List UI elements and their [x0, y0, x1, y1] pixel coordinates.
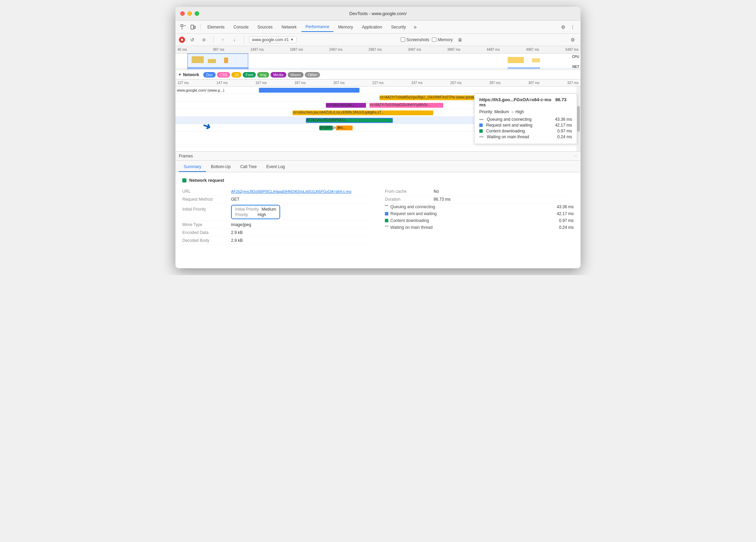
filter-wasm[interactable]: Wasm	[288, 72, 304, 78]
inspector-icon[interactable]	[179, 23, 188, 32]
scroll-thumb[interactable]	[577, 106, 580, 132]
wf-label-0: www.google.com/ (www.g...)	[177, 88, 245, 92]
memory-checkbox[interactable]: Memory	[432, 37, 453, 42]
maximize-button[interactable]	[195, 11, 199, 16]
tab-performance[interactable]: Performance	[301, 22, 333, 32]
ruler-mark-8: 4487 ms	[486, 48, 500, 51]
timing-request: Request sent and waiting 42.17 ms	[385, 210, 574, 217]
request-icon	[479, 123, 483, 127]
tooltip-row-3: Waiting on main thread 0.24 ms	[479, 134, 572, 139]
url-selector[interactable]: www.google.com #1 ▼	[249, 36, 297, 43]
timeline-area: 45 ms 987 ms 1487 ms 1987 ms 2487 ms 298…	[175, 46, 581, 70]
ms-marks: 127 ms 147 ms 167 ms 187 ms 207 ms 227 m…	[177, 81, 579, 85]
btab-eventlog[interactable]: Event Log	[262, 162, 290, 172]
filter-img[interactable]: Img	[257, 72, 269, 78]
tab-sources[interactable]: Sources	[253, 23, 277, 32]
filter-doc[interactable]: Doc	[203, 72, 216, 78]
more-options-icon[interactable]: ⋮	[568, 23, 577, 32]
minimize-button[interactable]	[187, 11, 192, 16]
content-dot	[385, 219, 388, 222]
filter-font[interactable]: Font	[243, 72, 256, 78]
stop-button[interactable]: ⊘	[199, 35, 208, 44]
tooltip-row-2: Content downloading 0.97 ms	[479, 129, 572, 133]
filter-css[interactable]: CSS	[217, 72, 230, 78]
tab-security[interactable]: Security	[387, 23, 410, 32]
tooltip: https://lh3.goo...FGxOA=s64-c-mo 86.73 m…	[474, 93, 577, 144]
ruler-mark-10: 5487 ms	[565, 48, 579, 51]
settings-perf-icon[interactable]: ⚙	[568, 35, 577, 44]
queuing-dot	[385, 205, 388, 209]
bottom-tabs: Summary Bottom-Up Call Tree Event Log	[175, 161, 581, 172]
waiting-dot	[385, 226, 388, 229]
wf-row-0[interactable]: www.google.com/ (www.g...)	[175, 86, 581, 94]
tab-network[interactable]: Network	[277, 23, 301, 32]
settings-icon[interactable]: ⚙	[559, 23, 568, 32]
tab-memory[interactable]: Memory	[334, 23, 357, 32]
timing-queuing: Queuing and connecting 43.36 ms	[385, 203, 574, 210]
waiting-icon	[479, 137, 483, 137]
duration-value: 86.73 ms	[434, 197, 450, 202]
record-button[interactable]	[179, 37, 185, 43]
timeline-tracks[interactable]: CPU NET	[175, 54, 581, 70]
window-controls	[180, 11, 199, 16]
window-title: DevTools - www.google.com/	[350, 11, 407, 16]
filter-media[interactable]: Media	[271, 72, 286, 78]
filter-other[interactable]: Other	[305, 72, 320, 78]
svg-point-5	[181, 39, 183, 41]
decoded-label: Decoded Body	[182, 238, 227, 243]
ms-0: 127 ms	[177, 81, 189, 85]
network-filter-row: ▼ Network Doc CSS JS Font Img Media Wasm…	[175, 70, 581, 80]
ms-6: 247 ms	[411, 81, 423, 85]
more-tabs-icon[interactable]: »	[411, 23, 420, 32]
decoded-value: 2.9 kB	[231, 238, 243, 243]
devtools-window: DevTools - www.google.com/ Elements Cons…	[175, 7, 581, 268]
detail-duration: Duration 86.73 ms	[385, 196, 574, 203]
svg-rect-9	[508, 57, 524, 63]
detail-fromcache: From cache No	[385, 188, 574, 196]
btab-summary[interactable]: Summary	[179, 162, 206, 172]
url-value: AF2bZyivvJ92o5BiPi0CLIHaqa5IHNOi6SrpLrbf…	[231, 189, 352, 194]
url-label: www.google.com #1	[252, 37, 289, 42]
reload-button[interactable]: ↺	[188, 35, 197, 44]
svg-rect-4	[194, 26, 195, 28]
close-button[interactable]	[180, 11, 185, 16]
timeline-ruler: 45 ms 987 ms 1487 ms 1987 ms 2487 ms 298…	[175, 46, 581, 54]
ruler-mark-4: 2487 ms	[329, 48, 342, 51]
btab-bottomup[interactable]: Bottom-Up	[206, 162, 235, 172]
mime-label: Mime Type	[182, 222, 227, 227]
initial-priority-label: Initial Priority	[182, 207, 227, 212]
main-toolbar: Elements Console Sources Network Perform…	[175, 21, 581, 34]
memory-profile-icon[interactable]: 🖥	[456, 35, 465, 44]
filter-js[interactable]: JS	[231, 72, 241, 78]
screenshots-checkbox[interactable]: Screenshots	[401, 37, 429, 42]
ruler-mark-3: 1987 ms	[290, 48, 303, 51]
ms-8: 287 ms	[489, 81, 501, 85]
detail-initial-priority: Initial Priority Initial Priority Medium…	[182, 203, 371, 221]
ms-2: 167 ms	[255, 81, 267, 85]
ruler-mark-7: 3987 ms	[447, 48, 460, 51]
tab-console[interactable]: Console	[229, 23, 253, 32]
net-label: NET	[572, 65, 579, 69]
svg-rect-13	[508, 67, 540, 69]
ms-3: 187 ms	[295, 81, 306, 85]
fromcache-value: No	[434, 189, 439, 194]
ruler-mark-9: 4987 ms	[526, 48, 539, 51]
tooltip-priority: Priority: Medium → High	[479, 109, 572, 114]
tab-application[interactable]: Application	[358, 23, 386, 32]
content-icon	[479, 129, 483, 133]
tab-elements[interactable]: Elements	[203, 23, 229, 32]
upload-button[interactable]: ↑	[218, 35, 227, 44]
method-label: Request Method	[182, 197, 227, 202]
ruler-mark-2: 1487 ms	[251, 48, 264, 51]
timing-waiting: Waiting on main thread 0.24 ms	[385, 224, 574, 231]
url-link[interactable]: AF2bZyivvJ92o5BiPi0CLIHaqa5IHNOi6SrpLrbf…	[231, 189, 352, 193]
frames-more-icon: ···	[574, 154, 577, 158]
summary-grid: URL AF2bZyivvJ92o5BiPi0CLIHaqa5IHNOi6Srp…	[182, 188, 574, 245]
fromcache-label: From cache	[385, 189, 429, 194]
device-icon[interactable]	[188, 23, 197, 32]
initial-priority-label-inner: Initial Priority	[235, 207, 259, 212]
separator	[200, 24, 201, 31]
summary-left: URL AF2bZyivvJ92o5BiPi0CLIHaqa5IHNOi6Srp…	[182, 188, 371, 245]
download-button[interactable]: ↓	[230, 35, 239, 44]
btab-calltree[interactable]: Call Tree	[236, 162, 262, 172]
